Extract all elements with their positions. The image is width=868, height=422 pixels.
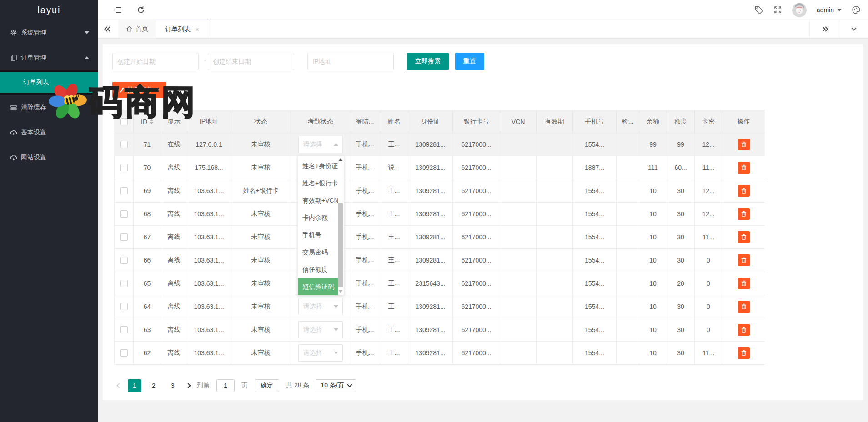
dropdown-scrollbar[interactable]: [338, 157, 343, 294]
table-cell: 12...: [695, 133, 722, 156]
row-checkbox[interactable]: [120, 303, 128, 310]
pagination: 123 到第 页 确定 共 28 条 10 条/页: [117, 378, 356, 393]
attendance-select[interactable]: 请选择: [298, 321, 343, 338]
column-header: 身份证: [408, 110, 453, 133]
ip-input[interactable]: [307, 53, 394, 70]
checkbox-cell: [115, 249, 134, 272]
table-row: 71在线127.0.0.1未审核请选择手机...王...1309281...62…: [115, 133, 764, 156]
table-cell: 1887...: [573, 156, 617, 179]
delete-button[interactable]: [738, 278, 750, 289]
dropdown-option[interactable]: 信任额度: [298, 261, 338, 278]
row-checkbox[interactable]: [120, 349, 128, 357]
trash-icon: [741, 280, 747, 287]
delete-button[interactable]: [738, 162, 750, 174]
checkbox-cell: [115, 179, 134, 203]
page-number[interactable]: 1: [128, 379, 141, 392]
tab-order-list[interactable]: 订单列表 ×: [156, 20, 208, 38]
sidebar-item-orders[interactable]: 订单管理: [0, 45, 98, 70]
reset-button[interactable]: 重置: [455, 53, 484, 70]
scrollbar-thumb[interactable]: [338, 203, 343, 287]
dropdown-option[interactable]: 有效期+VCN: [298, 192, 338, 209]
sidebar: layui 系统管理 订单管理 订单列表 清除缓存 基本设置 网站设置: [0, 0, 98, 422]
dropdown-option[interactable]: 姓名+身份证: [298, 157, 338, 174]
fullscreen-icon[interactable]: [773, 5, 782, 14]
tab-home[interactable]: 首页: [118, 20, 156, 38]
sort-icon[interactable]: [150, 119, 153, 124]
delete-button[interactable]: [738, 324, 750, 336]
scroll-down-icon[interactable]: [339, 290, 342, 293]
sidebar-item-basic-settings[interactable]: 基本设置: [0, 120, 98, 145]
row-checkbox[interactable]: [120, 233, 128, 241]
table-cell: 6217000...: [453, 203, 500, 226]
goto-page-input[interactable]: [216, 379, 235, 392]
sidebar-item-site-settings[interactable]: 网站设置: [0, 145, 98, 170]
table-cell: 未审核: [231, 133, 291, 156]
delete-button[interactable]: [738, 139, 750, 150]
dropdown-option[interactable]: 卡内余额: [298, 209, 338, 226]
tab-label: 订单列表: [165, 25, 191, 34]
delete-button[interactable]: [738, 347, 750, 359]
row-checkbox[interactable]: [120, 257, 128, 264]
table-cell: 30: [667, 203, 695, 226]
delete-button[interactable]: [738, 185, 750, 197]
page-number[interactable]: 2: [147, 379, 161, 392]
date-start-input[interactable]: [112, 53, 199, 70]
sidebar-submenu: 订单列表: [0, 70, 98, 95]
row-checkbox[interactable]: [120, 280, 128, 287]
table-cell: 10: [639, 249, 667, 272]
select-all-checkbox[interactable]: [120, 118, 128, 125]
date-end-input[interactable]: [208, 53, 294, 70]
tabs-scroll-left-icon[interactable]: [98, 20, 118, 38]
per-page-select[interactable]: 10 条/页: [316, 379, 356, 392]
column-header: ID: [134, 110, 161, 133]
table-row: 63离线103.63.1...未审核请选择手机...王...1309281...…: [115, 318, 764, 342]
row-checkbox[interactable]: [120, 164, 128, 171]
row-checkbox[interactable]: [120, 326, 128, 333]
delete-button[interactable]: [738, 208, 750, 220]
dropdown-option[interactable]: 交易密码: [298, 243, 338, 261]
delete-button[interactable]: [738, 254, 750, 266]
table-cell: 20: [667, 272, 695, 295]
table-cell: 离线: [161, 249, 187, 272]
dropdown-option[interactable]: 短信验证码: [298, 278, 338, 295]
row-checkbox[interactable]: [120, 210, 128, 218]
action-cell: [722, 226, 765, 249]
refresh-icon[interactable]: [136, 5, 146, 15]
tabs-scroll-right-icon[interactable]: [809, 20, 839, 38]
batch-actions-button[interactable]: 批量操作: [112, 82, 166, 98]
row-checkbox[interactable]: [120, 141, 128, 148]
table-cell: 103.63.1...: [187, 272, 231, 295]
user-menu[interactable]: admin: [817, 6, 842, 14]
attendance-select[interactable]: 请选择: [298, 136, 343, 153]
dropdown-option[interactable]: 姓名+银行卡: [298, 174, 338, 192]
dropdown-option[interactable]: 手机号: [298, 226, 338, 243]
table-cell: 6217000...: [453, 133, 500, 156]
delete-button[interactable]: [738, 231, 750, 243]
search-button[interactable]: 立即搜索: [407, 53, 449, 70]
sidebar-item-order-list[interactable]: 订单列表: [0, 72, 98, 93]
collapse-sidebar-icon[interactable]: [113, 5, 123, 15]
close-tab-icon[interactable]: ×: [195, 26, 199, 33]
next-page-icon[interactable]: [186, 383, 191, 388]
row-checkbox[interactable]: [120, 187, 128, 194]
attendance-select[interactable]: 请选择: [298, 344, 343, 362]
attendance-select[interactable]: 请选择: [298, 298, 343, 315]
table-cell: 11...: [695, 226, 722, 249]
sidebar-item-clear-cache[interactable]: 清除缓存: [0, 95, 98, 120]
table-cell: [500, 226, 537, 249]
sidebar-item-system[interactable]: 系统管理: [0, 20, 98, 45]
confirm-page-button[interactable]: 确定: [255, 379, 279, 392]
tag-icon[interactable]: [754, 5, 763, 15]
tabs-menu-icon[interactable]: [839, 20, 868, 38]
avatar[interactable]: [792, 3, 807, 17]
orders-table: ID显示IP地址状态考勤状态登陆...姓名身份证银行卡号VCN有效期手机号验..…: [114, 110, 765, 365]
prev-page-icon[interactable]: [116, 383, 121, 388]
scroll-up-icon[interactable]: [339, 158, 342, 161]
table-cell: 1309281...: [408, 179, 453, 203]
delete-button[interactable]: [738, 301, 750, 313]
table-cell: 30: [667, 226, 695, 249]
table-cell: 10: [639, 295, 667, 318]
table-cell: 10: [639, 342, 667, 365]
theme-palette-icon[interactable]: [852, 5, 861, 15]
page-number[interactable]: 3: [166, 379, 180, 392]
